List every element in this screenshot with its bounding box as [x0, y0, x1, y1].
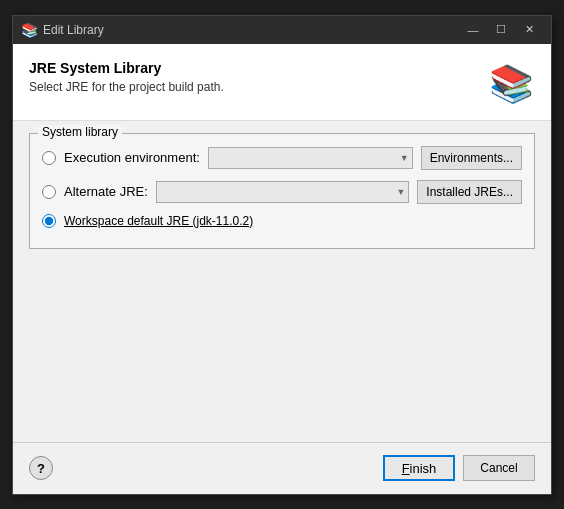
help-button[interactable]: ?: [29, 456, 53, 480]
window-title: Edit Library: [43, 23, 459, 37]
alternate-jre-dropdown[interactable]: [156, 181, 409, 203]
dialog-body: System library Execution environment: ▼ …: [13, 121, 551, 442]
dialog-subtitle: Select JRE for the project build path.: [29, 80, 475, 94]
close-button[interactable]: ✕: [515, 19, 543, 41]
alternate-jre-label: Alternate JRE:: [64, 184, 148, 199]
alternate-jre-radio[interactable]: [42, 185, 56, 199]
execution-env-label: Execution environment:: [64, 150, 200, 165]
footer-left: ?: [29, 456, 53, 480]
execution-env-dropdown-wrapper: ▼: [208, 147, 413, 169]
dialog-title: JRE System Library: [29, 60, 475, 76]
dialog-footer: ? Finish Cancel: [13, 442, 551, 494]
execution-env-radio[interactable]: [42, 151, 56, 165]
window-controls: — ☐ ✕: [459, 19, 543, 41]
group-label: System library: [38, 125, 122, 139]
system-library-group: System library Execution environment: ▼ …: [29, 133, 535, 249]
execution-env-row: Execution environment: ▼ Environments...: [42, 146, 522, 170]
finish-rest: inish: [410, 461, 437, 476]
installed-jres-button[interactable]: Installed JREs...: [417, 180, 522, 204]
header-text: JRE System Library Select JRE for the pr…: [29, 60, 475, 94]
footer-right: Finish Cancel: [383, 455, 535, 481]
alternate-jre-row: Alternate JRE: ▼ Installed JREs...: [42, 180, 522, 204]
maximize-button[interactable]: ☐: [487, 19, 515, 41]
workspace-default-row: Workspace default JRE (jdk-11.0.2): [42, 214, 522, 228]
window-icon: 📚: [21, 22, 37, 38]
workspace-default-label: Workspace default JRE (jdk-11.0.2): [64, 214, 253, 228]
dialog-header: JRE System Library Select JRE for the pr…: [13, 44, 551, 121]
cancel-button[interactable]: Cancel: [463, 455, 535, 481]
finish-button[interactable]: Finish: [383, 455, 455, 481]
minimize-button[interactable]: —: [459, 19, 487, 41]
finish-underline-f: F: [402, 461, 410, 476]
alternate-jre-dropdown-wrapper: ▼: [156, 181, 409, 203]
title-bar: 📚 Edit Library — ☐ ✕: [13, 16, 551, 44]
header-icon: 📚: [487, 60, 535, 108]
environments-button[interactable]: Environments...: [421, 146, 522, 170]
workspace-default-radio[interactable]: [42, 214, 56, 228]
edit-library-dialog: 📚 Edit Library — ☐ ✕ JRE System Library …: [12, 15, 552, 495]
execution-env-dropdown[interactable]: [208, 147, 413, 169]
